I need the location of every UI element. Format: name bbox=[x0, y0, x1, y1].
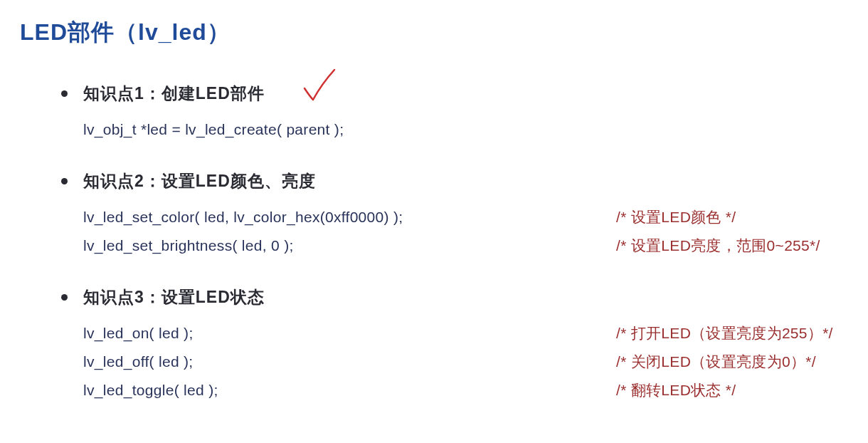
code-text: lv_led_toggle( led ); bbox=[83, 382, 218, 399]
bullet-icon bbox=[61, 90, 68, 97]
bullet-icon bbox=[61, 178, 68, 184]
code-comment: /* 关闭LED（设置亮度为0）*/ bbox=[588, 352, 816, 372]
code-line-2-1: lv_led_set_brightness( led, 0 ); /* 设置LE… bbox=[61, 235, 848, 256]
code-text: lv_led_off( led ); bbox=[83, 353, 193, 370]
code-text: lv_led_on( led ); bbox=[83, 325, 194, 342]
section-1-heading: 知识点1：创建LED部件 bbox=[83, 83, 265, 105]
code-comment: /* 设置LED亮度，范围0~255*/ bbox=[588, 236, 820, 256]
code-text: lv_led_set_color( led, lv_color_hex(0xff… bbox=[83, 209, 403, 226]
code-line-3-0: lv_led_on( led ); /* 打开LED（设置亮度为255）*/ bbox=[61, 323, 848, 344]
section-2-heading: 知识点2：设置LED颜色、亮度 bbox=[83, 170, 316, 192]
code-line-3-1: lv_led_off( led ); /* 关闭LED（设置亮度为0）*/ bbox=[61, 351, 848, 372]
section-2: 知识点2：设置LED颜色、亮度 lv_led_set_color( led, l… bbox=[61, 170, 848, 256]
code-text: lv_obj_t *led = lv_led_create( parent ); bbox=[83, 121, 344, 138]
section-1-heading-row: 知识点1：创建LED部件 bbox=[61, 83, 848, 105]
bullet-icon bbox=[61, 294, 68, 301]
section-2-heading-row: 知识点2：设置LED颜色、亮度 bbox=[61, 170, 848, 192]
section-3-heading-row: 知识点3：设置LED状态 bbox=[61, 286, 848, 308]
page-title: LED部件（lv_led） bbox=[20, 17, 848, 48]
section-1: 知识点1：创建LED部件 lv_obj_t *led = lv_led_crea… bbox=[61, 83, 848, 140]
code-comment: /* 设置LED颜色 */ bbox=[588, 207, 736, 227]
code-line-1-0: lv_obj_t *led = lv_led_create( parent ); bbox=[61, 119, 848, 140]
checkmark-icon bbox=[300, 63, 343, 105]
code-comment: /* 打开LED（设置亮度为255）*/ bbox=[588, 323, 833, 343]
code-text: lv_led_set_brightness( led, 0 ); bbox=[83, 237, 294, 254]
code-comment: /* 翻转LED状态 */ bbox=[588, 380, 736, 400]
section-3-heading: 知识点3：设置LED状态 bbox=[83, 286, 265, 308]
code-line-3-2: lv_led_toggle( led ); /* 翻转LED状态 */ bbox=[61, 380, 848, 401]
content-area: 知识点1：创建LED部件 lv_obj_t *led = lv_led_crea… bbox=[20, 83, 848, 401]
section-3: 知识点3：设置LED状态 lv_led_on( led ); /* 打开LED（… bbox=[61, 286, 848, 401]
code-line-2-0: lv_led_set_color( led, lv_color_hex(0xff… bbox=[61, 207, 848, 228]
